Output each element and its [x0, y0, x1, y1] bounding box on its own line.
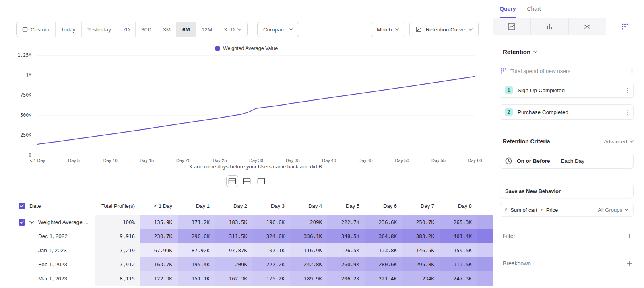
- table-row[interactable]: Dec 1, 20229,916230.7K296.6K311.5K324.6K…: [0, 229, 493, 243]
- behavior-step[interactable]: 2Purchase Completed: [500, 104, 634, 120]
- range-button-30d[interactable]: 30D: [136, 22, 157, 37]
- range-label: 7D: [123, 27, 130, 33]
- column-header-partial: [477, 197, 493, 215]
- tab-query[interactable]: Query: [500, 0, 516, 18]
- retention-value-cell: 236.6K: [365, 215, 402, 229]
- chevron-down-icon: [625, 209, 629, 211]
- tab-chart[interactable]: Chart: [527, 0, 541, 18]
- toolbar: CustomTodayYesterday7D30D3M6M12MXTD Comp…: [16, 22, 479, 37]
- row-label[interactable]: Dec 1, 2022: [38, 229, 68, 243]
- retention-value-cell: 133.8K: [365, 243, 402, 257]
- select-all-checkbox[interactable]: [19, 203, 25, 209]
- range-button-xtd[interactable]: XTD: [218, 22, 247, 37]
- add-breakdown-button[interactable]: [627, 261, 632, 266]
- view-tab-flows[interactable]: [569, 18, 607, 35]
- range-button-6m[interactable]: 6M: [177, 22, 196, 37]
- behavior-step[interactable]: 1Sign Up Completed: [500, 83, 634, 98]
- step-label: Purchase Completed: [518, 109, 568, 115]
- total-profiles-cell: 7,912: [95, 257, 140, 271]
- table-row[interactable]: Mar 1, 20238,115122.3K151.1K162.3K175.2K…: [0, 271, 493, 286]
- kebab-menu-icon[interactable]: [627, 87, 628, 93]
- retention-value-cell: 313.5K: [440, 257, 477, 271]
- measurement-subproperty: Price: [546, 207, 558, 213]
- expand-chevron-icon[interactable]: [29, 221, 34, 224]
- chart-type-button[interactable]: Retention Curve: [409, 22, 479, 37]
- retention-value-cell: 280.6K: [365, 257, 402, 271]
- retention-value-cell: 222.7K: [327, 215, 365, 229]
- add-filter-button[interactable]: [627, 233, 632, 239]
- row-label[interactable]: Mar 1, 2023: [38, 271, 67, 286]
- range-button-7d[interactable]: 7D: [117, 22, 136, 37]
- table-row[interactable]: Feb 1, 20237,912163.7K195.4K209K227.2K24…: [0, 257, 493, 271]
- criteria-condition[interactable]: On or Before: [517, 158, 550, 164]
- range-button-yesterday[interactable]: Yesterday: [82, 22, 118, 37]
- behavior-header[interactable]: Total spend of new users: [500, 66, 633, 76]
- x-axis-label: Day 60: [468, 158, 482, 163]
- chevron-down-icon: [533, 51, 537, 53]
- range-button-12m[interactable]: 12M: [196, 22, 218, 37]
- partial-value-cell: [477, 215, 493, 229]
- view-tab-insights[interactable]: [493, 18, 531, 35]
- advanced-toggle[interactable]: Advanced: [604, 139, 634, 145]
- measurement-row[interactable]: # Sum of cart Price All Groups: [500, 203, 634, 217]
- criteria-title: Retention Criteria: [503, 138, 550, 145]
- row-height-compact-button[interactable]: [226, 175, 238, 187]
- section-title: Retention: [503, 48, 530, 55]
- row-height-tall-button[interactable]: [255, 175, 267, 187]
- retention-value-cell: 196.6K: [252, 215, 290, 229]
- legend-swatch: [215, 46, 220, 51]
- y-axis-label: 0: [29, 152, 31, 158]
- retention-value-cell: 227.2K: [252, 257, 290, 271]
- all-groups-dropdown[interactable]: All Groups: [598, 207, 629, 213]
- row-checkbox[interactable]: [19, 219, 25, 226]
- y-axis-label: 1M: [26, 73, 31, 78]
- tab-label: Query: [500, 6, 516, 12]
- compare-button[interactable]: Compare: [257, 22, 299, 37]
- x-axis-label: Day 25: [213, 158, 227, 163]
- row-date-cell: Jan 1, 2023: [0, 243, 95, 257]
- series-line[interactable]: [37, 77, 475, 144]
- retention-value-cell: 242.8K: [290, 257, 327, 271]
- row-label[interactable]: Weighted Average ...: [38, 215, 89, 229]
- retention-section-header[interactable]: Retention: [503, 48, 634, 55]
- retention-value-cell: 135.9K: [140, 215, 178, 229]
- row-label[interactable]: Jan 1, 2023: [38, 243, 67, 257]
- retention-value-cell: 324.6K: [252, 229, 290, 243]
- retention-table: DateTotal Profile(s)< 1 DayDay 1Day 2Day…: [0, 197, 493, 288]
- step-number-badge: 2: [505, 108, 513, 116]
- table-row[interactable]: Jan 1, 20237,21967.99K87.92K97.87K107.1K…: [0, 243, 493, 257]
- partial-value-cell: [477, 229, 493, 243]
- kebab-menu-icon[interactable]: [631, 68, 633, 74]
- row-height-medium-button[interactable]: [241, 175, 253, 187]
- behavior-title: Total spend of new users: [510, 68, 570, 74]
- arrow-right-icon: [541, 208, 543, 211]
- retention-value-cell: 126.5K: [327, 243, 365, 257]
- retention-value-cell: 107.1K: [252, 243, 290, 257]
- row-date-cell: Weighted Average ...: [0, 215, 95, 229]
- kebab-menu-icon[interactable]: [627, 109, 628, 115]
- sidebar-tabs: Query Chart: [493, 0, 644, 18]
- retention-value-cell: 183.5K: [215, 215, 252, 229]
- range-button-3m[interactable]: 3M: [157, 22, 177, 37]
- chevron-down-icon: [289, 28, 293, 31]
- range-button-today[interactable]: Today: [56, 22, 82, 37]
- save-as-new-behavior-button[interactable]: Save as New Behavior: [500, 184, 634, 198]
- granularity-button[interactable]: Month: [371, 22, 406, 37]
- retention-value-cell: 401.4K: [440, 229, 477, 243]
- total-profiles-cell: 7,219: [95, 243, 140, 257]
- chart-caption: X and more days before your Users came b…: [37, 164, 475, 170]
- chart-legend[interactable]: Weighted Average Value: [0, 46, 493, 51]
- retention-value-cell: 87.92K: [178, 243, 215, 257]
- retention-value-cell: 175.2K: [252, 271, 290, 286]
- view-tab-retention[interactable]: [606, 18, 644, 35]
- retention-value-cell: 265.3K: [440, 215, 477, 229]
- criteria-frequency[interactable]: Each Day: [561, 158, 585, 164]
- range-button-custom[interactable]: Custom: [17, 22, 56, 37]
- chevron-down-icon: [395, 28, 399, 31]
- view-tab-funnels[interactable]: [531, 18, 569, 35]
- table-row[interactable]: Weighted Average ...100%135.9K171.2K183.…: [0, 215, 493, 229]
- x-axis-label: Day 55: [431, 158, 446, 163]
- query-builder: Retention Total spend of new users 1Sign…: [493, 35, 644, 288]
- retention-criteria-card[interactable]: On or Before Each Day: [500, 153, 634, 169]
- row-label[interactable]: Feb 1, 2023: [38, 257, 67, 271]
